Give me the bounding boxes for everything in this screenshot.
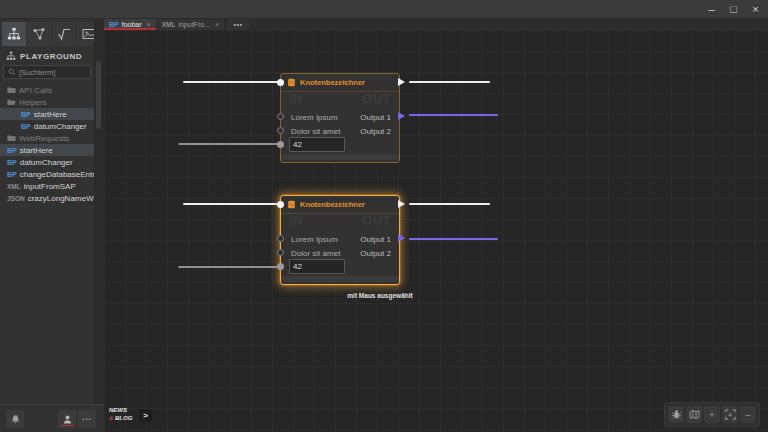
news-expand-button[interactable]: > — [139, 409, 152, 422]
search-box[interactable] — [3, 65, 91, 79]
tab-overflow-button[interactable]: ••• — [227, 19, 249, 30]
bp-prefix: BP — [7, 171, 17, 178]
zoom-fit-button[interactable]: 4 — [722, 406, 738, 423]
bp-prefix: BP — [7, 159, 17, 166]
formula-tool-button[interactable] — [52, 22, 76, 46]
tab-close-icon[interactable]: × — [147, 21, 151, 28]
chevron-right-icon: > — [143, 411, 148, 420]
flow-node-1[interactable]: Knotenbezeichner IN OUT Lorem Ipsum Outp… — [280, 73, 400, 163]
input-port-1[interactable] — [277, 235, 284, 242]
wire-output1-1[interactable] — [409, 114, 498, 116]
playground-title: PLAYGROUND — [20, 52, 82, 61]
node-watermarks: IN OUT — [289, 91, 391, 106]
minimize-button[interactable]: – — [705, 4, 718, 15]
node-row: Lorem Ipsum Output 1 — [291, 111, 391, 123]
input-port-value[interactable] — [277, 141, 284, 148]
node-title: Knotenbezeichner — [300, 78, 365, 87]
tree-item-label: datumChanger — [20, 158, 73, 167]
minus-icon: – — [745, 410, 750, 420]
tab-close-icon[interactable]: × — [215, 21, 219, 28]
tree-item-starthere[interactable]: BP startHere — [0, 144, 94, 156]
debug-button[interactable] — [668, 406, 684, 423]
output-port-1[interactable] — [398, 234, 405, 242]
output-port-1[interactable] — [398, 112, 405, 120]
database-icon — [287, 78, 296, 87]
news-line1: NEWS — [109, 406, 132, 414]
scrollbar-thumb[interactable] — [96, 61, 101, 129]
sidebar-footer: ••• — [0, 404, 104, 432]
tree-item-label: inputFromSAP — [24, 182, 76, 191]
tree-item-crazylongname[interactable]: JSON crazyLongNameWith... — [0, 192, 94, 204]
network-tool-button[interactable] — [27, 22, 51, 46]
zoom-in-button[interactable]: + — [704, 406, 720, 423]
exec-out-port[interactable] — [398, 78, 405, 86]
sidebar-tree: API Calls Helpers BP startHere BP datumC… — [0, 79, 94, 219]
exec-in-port[interactable] — [277, 201, 284, 208]
tree-item-inputfromsap[interactable]: XML inputFromSAP — [0, 180, 94, 192]
node-graph-area[interactable]: Knotenbezeichner IN OUT Lorem Ipsum Outp… — [104, 30, 768, 432]
wire-exec-out-2[interactable] — [409, 203, 490, 205]
folder-open-icon — [7, 98, 16, 106]
in-watermark: IN — [289, 91, 303, 106]
zoom-out-button[interactable]: – — [740, 406, 756, 423]
node-footer — [281, 154, 399, 160]
tree-item-helpers[interactable]: Helpers — [0, 96, 94, 108]
tree-item-label: startHere — [34, 110, 67, 119]
wire-output1-2[interactable] — [409, 238, 498, 240]
sidebar: PLAYGROUND API Calls Helpers BP startHer… — [0, 19, 94, 432]
xml-prefix: XML — [162, 21, 176, 28]
node-value-input[interactable] — [289, 259, 345, 274]
node-header[interactable]: Knotenbezeichner — [281, 74, 399, 92]
tree-item-datumchanger[interactable]: BP datumChanger — [0, 156, 94, 168]
exec-out-port[interactable] — [398, 200, 405, 208]
output-label: Output 1 — [360, 235, 391, 244]
tree-item-starthere-nested[interactable]: BP startHere — [0, 108, 94, 120]
tree-item-webrequests[interactable]: WebRequests — [0, 132, 94, 144]
database-icon — [287, 200, 296, 209]
wire-value-in-2[interactable] — [178, 266, 280, 268]
tree-item-api-calls[interactable]: API Calls — [0, 84, 94, 96]
node-value-input[interactable] — [289, 137, 345, 152]
wire-exec-in-1[interactable] — [183, 81, 280, 83]
input-port-1[interactable] — [277, 113, 284, 120]
tab-inputfrom[interactable]: XML inputFro... × — [157, 19, 224, 30]
maximize-button[interactable]: □ — [727, 4, 740, 15]
input-port-value[interactable] — [277, 263, 284, 270]
node-header[interactable]: Knotenbezeichner — [281, 196, 399, 214]
input-port-2[interactable] — [277, 127, 284, 134]
network-icon — [32, 27, 46, 41]
exec-in-port[interactable] — [277, 79, 284, 86]
input-label: Lorem Ipsum — [291, 235, 338, 244]
flow-node-2[interactable]: Knotenbezeichner IN OUT Lorem Ipsum Outp… — [280, 195, 400, 285]
wire-exec-out-1[interactable] — [409, 81, 490, 83]
tree-item-label: WebRequests — [19, 134, 69, 143]
hierarchy-tool-button[interactable] — [2, 22, 26, 46]
input-label: Lorem Ipsum — [291, 113, 338, 122]
tab-foobar[interactable]: BP foobar × — [104, 19, 156, 30]
close-button[interactable]: × — [749, 4, 762, 15]
search-icon — [8, 68, 16, 76]
wire-exec-in-2[interactable] — [183, 203, 280, 205]
tab-label: inputFro... — [178, 21, 210, 28]
title-bar: – □ × — [0, 0, 768, 19]
notifications-button[interactable] — [6, 410, 24, 428]
in-watermark: IN — [289, 213, 303, 228]
tree-item-datumchanger-nested[interactable]: BP datumChanger — [0, 120, 94, 132]
output-label: Output 2 — [360, 127, 391, 136]
minimap-button[interactable] — [686, 406, 702, 423]
bp-prefix: BP — [109, 21, 119, 28]
wire-value-in-1[interactable] — [178, 143, 280, 145]
news-line2: BLOG — [115, 415, 132, 421]
out-watermark: OUT — [362, 213, 391, 228]
hierarchy-icon — [6, 51, 16, 61]
hierarchy-icon — [7, 27, 21, 41]
sidebar-scrollbar[interactable] — [94, 19, 104, 432]
ellipsis-icon: ••• — [234, 21, 243, 28]
user-account-button[interactable] — [58, 410, 76, 428]
more-options-button[interactable]: ••• — [78, 410, 96, 428]
input-port-2[interactable] — [277, 249, 284, 256]
tree-item-changedatabaseentry[interactable]: BP changeDatabaseEntry — [0, 168, 94, 180]
node-watermarks: IN OUT — [289, 213, 391, 228]
search-input[interactable] — [19, 68, 86, 77]
bp-prefix: BP — [7, 147, 17, 154]
